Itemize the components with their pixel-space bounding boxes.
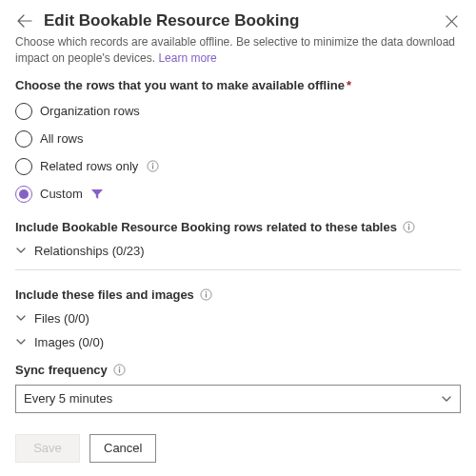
back-arrow-icon[interactable] [15,11,34,30]
svg-rect-11 [119,368,120,372]
radio-icon [15,186,32,203]
svg-point-7 [206,290,208,292]
relationships-expander[interactable]: Relationships (0/23) [15,244,461,258]
sync-label-text: Sync frequency [15,363,108,377]
radio-icon [15,103,32,120]
svg-point-1 [151,163,153,165]
svg-rect-5 [408,226,409,229]
radio-label: Organization rows [40,104,140,118]
panel-description: Choose which records are available offli… [15,34,461,67]
files-label: Files (0/0) [34,311,89,326]
files-expander[interactable]: Files (0/0) [15,311,461,326]
sync-frequency-label: Sync frequency [15,363,461,377]
panel-title: Edit Bookable Resource Booking [44,11,432,30]
chevron-down-icon [441,393,452,405]
chevron-down-icon [15,312,27,324]
info-icon[interactable] [113,363,127,376]
radio-label: All rows [40,131,84,146]
cancel-button[interactable]: Cancel [89,434,156,463]
filter-icon[interactable] [90,188,104,201]
radio-all-rows[interactable]: All rows [15,130,461,148]
chevron-down-icon [15,245,27,256]
radio-organization-rows[interactable]: Organization rows [15,103,461,120]
images-label: Images (0/0) [34,335,104,349]
footer-actions: Save Cancel [15,434,461,463]
sync-frequency-select[interactable]: Every 5 minutes [15,385,461,413]
save-button: Save [15,434,80,463]
related-tables-text: Include Bookable Resource Booking rows r… [15,220,397,234]
radio-custom[interactable]: Custom [15,186,461,203]
info-icon[interactable] [200,288,213,301]
required-asterisk: * [347,78,351,92]
sync-frequency-value: Every 5 minutes [24,391,112,406]
panel-header: Edit Bookable Resource Booking [15,11,461,30]
radio-icon [15,158,32,175]
chevron-down-icon [15,336,27,347]
radio-icon [15,130,32,148]
svg-rect-2 [152,165,153,169]
related-tables-label: Include Bookable Resource Booking rows r… [15,220,461,234]
info-icon[interactable] [146,160,159,173]
svg-rect-8 [206,293,207,297]
radio-related-rows[interactable]: Related rows only [15,158,461,175]
rows-section-label: Choose the rows that you want to make av… [15,78,461,92]
description-text: Choose which records are available offli… [15,35,455,65]
close-icon[interactable] [442,11,461,30]
files-section-label: Include these files and images [15,288,461,302]
files-section-text: Include these files and images [15,288,194,302]
rows-label-text: Choose the rows that you want to make av… [15,78,345,92]
images-expander[interactable]: Images (0/0) [15,335,461,349]
edit-panel: Edit Bookable Resource Booking Choose wh… [0,0,476,474]
svg-point-4 [408,223,410,225]
radio-label: Related rows only [40,159,138,173]
relationships-label: Relationships (0/23) [34,244,145,258]
svg-point-10 [119,366,121,367]
divider [15,269,461,270]
info-icon[interactable] [403,220,416,233]
learn-more-link[interactable]: Learn more [158,51,216,65]
radio-label: Custom [40,187,83,201]
